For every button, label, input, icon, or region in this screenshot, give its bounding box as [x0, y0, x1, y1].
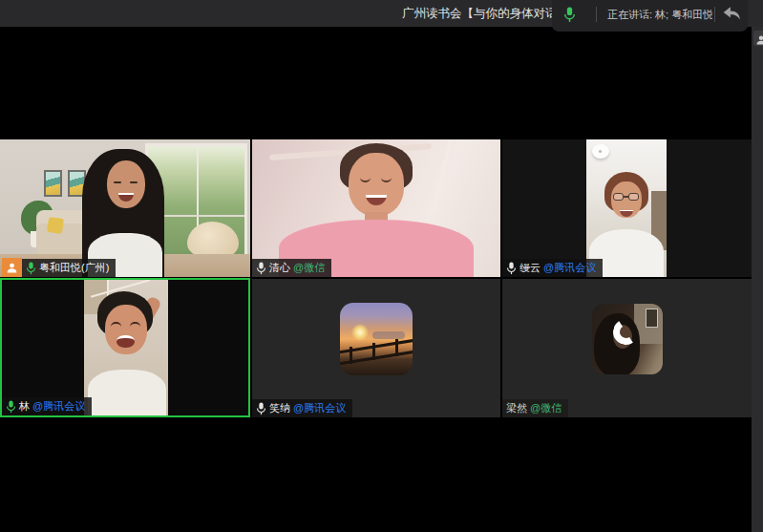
participant-icon[interactable] — [753, 31, 763, 46]
reply-arrow-icon[interactable] — [722, 6, 743, 25]
name-label: 粤和田悦(广州) — [22, 259, 116, 277]
smoke-detector — [592, 144, 609, 159]
platform-suffix: @腾讯会议 — [293, 401, 346, 415]
divider — [596, 7, 597, 22]
speaking-status-panel: 正在讲话: 林; 粤和田悦(广… — [552, 0, 748, 32]
mic-on-icon — [26, 262, 36, 275]
mic-on-icon — [6, 400, 16, 414]
webcam-pink-room — [252, 139, 500, 277]
participant-name: 梁然 — [506, 401, 527, 415]
speaking-status-text: 正在讲话: 林; 粤和田悦(广… — [607, 0, 712, 30]
video-tile-participant-1[interactable]: 粤和田悦(广州) — [0, 139, 250, 277]
meeting-window: 广州读书会【与你的身体对话】 正在讲话: 林; 粤和田悦(广… — [0, 0, 763, 532]
avatar-dim-portrait — [592, 304, 663, 374]
platform-suffix: @微信 — [293, 261, 325, 275]
name-label: 梁然@微信 — [502, 399, 568, 417]
sun — [351, 324, 369, 341]
name-label: 林@腾讯会议 — [2, 397, 92, 415]
meeting-title: 广州读书会【与你的身体对话】 — [402, 0, 569, 27]
portrait-video — [586, 139, 667, 277]
side-panel-edge[interactable] — [752, 27, 763, 532]
microphone-icon — [563, 7, 576, 23]
host-badge-icon — [2, 258, 22, 277]
name-label: 笑纳@腾讯会议 — [252, 399, 352, 417]
participant-name: 清心 — [269, 261, 290, 275]
divider — [714, 7, 715, 22]
picture-frame — [646, 309, 658, 328]
participant-name: 粤和田悦(广州) — [39, 261, 109, 275]
mic-on-icon — [256, 402, 266, 415]
participant-name: 缦云 — [519, 261, 540, 275]
platform-suffix: @微信 — [530, 401, 562, 415]
platform-suffix: @腾讯会议 — [543, 261, 596, 275]
video-tile-participant-6[interactable]: 梁然@微信 — [502, 279, 752, 417]
video-tile-participant-2[interactable]: 清心@微信 — [252, 139, 500, 277]
virtual-background-living-room — [0, 139, 250, 277]
participant-name: 林 — [19, 399, 30, 414]
portrait-video — [84, 280, 168, 415]
mic-on-icon — [256, 262, 266, 275]
platform-suffix: @腾讯会议 — [32, 399, 85, 414]
participant-name: 笑纳 — [269, 401, 290, 415]
top-bar: 广州读书会【与你的身体对话】 正在讲话: 林; 粤和田悦(广… — [0, 0, 763, 27]
video-tile-participant-5[interactable]: 笑纳@腾讯会议 — [252, 279, 500, 417]
name-label: 清心@微信 — [252, 259, 331, 277]
avatar-sunset — [340, 303, 413, 375]
video-tile-participant-4-active-speaker[interactable]: 林@腾讯会议 — [0, 278, 250, 417]
name-label: 缦云@腾讯会议 — [502, 259, 603, 277]
video-tile-participant-3[interactable]: 缦云@腾讯会议 — [502, 139, 752, 277]
mic-on-icon — [506, 262, 517, 275]
